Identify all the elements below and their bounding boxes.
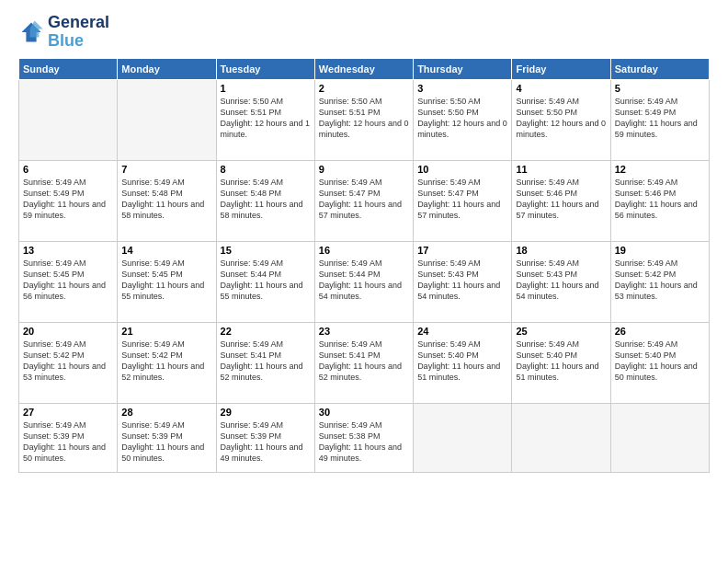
day-number: 18 xyxy=(516,245,606,256)
cell-content: Sunrise: 5:49 AM Sunset: 5:40 PM Dayligh… xyxy=(516,339,606,384)
weekday-header-row: SundayMondayTuesdayWednesdayThursdayFrid… xyxy=(19,58,710,79)
cell-content: Sunrise: 5:49 AM Sunset: 5:40 PM Dayligh… xyxy=(615,339,705,384)
weekday-header-sunday: Sunday xyxy=(19,58,118,79)
cell-content: Sunrise: 5:49 AM Sunset: 5:44 PM Dayligh… xyxy=(319,258,409,303)
cell-content: Sunrise: 5:49 AM Sunset: 5:39 PM Dayligh… xyxy=(23,419,113,465)
calendar-cell: 20Sunrise: 5:49 AM Sunset: 5:42 PM Dayli… xyxy=(19,322,118,403)
calendar-cell: 1Sunrise: 5:50 AM Sunset: 5:51 PM Daylig… xyxy=(216,79,314,160)
cell-content: Sunrise: 5:49 AM Sunset: 5:45 PM Dayligh… xyxy=(121,258,211,303)
calendar-cell: 15Sunrise: 5:49 AM Sunset: 5:44 PM Dayli… xyxy=(216,241,314,322)
cell-content: Sunrise: 5:49 AM Sunset: 5:46 PM Dayligh… xyxy=(516,177,606,222)
calendar-cell: 28Sunrise: 5:49 AM Sunset: 5:39 PM Dayli… xyxy=(118,403,216,472)
calendar-cell: 21Sunrise: 5:49 AM Sunset: 5:42 PM Dayli… xyxy=(118,322,216,403)
day-number: 9 xyxy=(319,164,409,175)
calendar-cell: 11Sunrise: 5:49 AM Sunset: 5:46 PM Dayli… xyxy=(512,160,610,241)
day-number: 26 xyxy=(615,326,705,337)
calendar-cell: 23Sunrise: 5:49 AM Sunset: 5:41 PM Dayli… xyxy=(314,322,413,403)
day-number: 10 xyxy=(417,164,507,175)
day-number: 25 xyxy=(516,326,606,337)
day-number: 5 xyxy=(615,83,705,94)
calendar-cell: 4Sunrise: 5:49 AM Sunset: 5:50 PM Daylig… xyxy=(512,79,610,160)
day-number: 21 xyxy=(121,326,211,337)
day-number: 15 xyxy=(221,245,311,256)
cell-content: Sunrise: 5:49 AM Sunset: 5:40 PM Dayligh… xyxy=(417,339,507,384)
cell-content: Sunrise: 5:49 AM Sunset: 5:45 PM Dayligh… xyxy=(23,258,113,303)
calendar-cell: 8Sunrise: 5:49 AM Sunset: 5:48 PM Daylig… xyxy=(216,160,314,241)
calendar-cell: 13Sunrise: 5:49 AM Sunset: 5:45 PM Dayli… xyxy=(19,241,118,322)
cell-content: Sunrise: 5:49 AM Sunset: 5:49 PM Dayligh… xyxy=(615,96,705,141)
day-number: 13 xyxy=(23,245,113,256)
calendar-cell xyxy=(512,403,610,472)
cell-content: Sunrise: 5:49 AM Sunset: 5:39 PM Dayligh… xyxy=(221,419,311,465)
cell-content: Sunrise: 5:49 AM Sunset: 5:48 PM Dayligh… xyxy=(221,177,311,222)
day-number: 1 xyxy=(221,83,311,94)
day-number: 24 xyxy=(417,326,507,337)
cell-content: Sunrise: 5:49 AM Sunset: 5:44 PM Dayligh… xyxy=(221,258,311,303)
logo: GeneralBlue xyxy=(18,14,109,51)
calendar-cell: 17Sunrise: 5:49 AM Sunset: 5:43 PM Dayli… xyxy=(414,241,512,322)
header: GeneralBlue xyxy=(18,14,710,51)
cell-content: Sunrise: 5:50 AM Sunset: 5:50 PM Dayligh… xyxy=(417,96,507,141)
week-row-1: 6Sunrise: 5:49 AM Sunset: 5:49 PM Daylig… xyxy=(19,160,710,241)
day-number: 23 xyxy=(319,326,409,337)
day-number: 2 xyxy=(319,83,409,94)
logo-text: GeneralBlue xyxy=(48,14,109,51)
calendar-cell: 2Sunrise: 5:50 AM Sunset: 5:51 PM Daylig… xyxy=(314,79,413,160)
day-number: 16 xyxy=(319,245,409,256)
day-number: 29 xyxy=(221,407,311,418)
day-number: 17 xyxy=(417,245,507,256)
cell-content: Sunrise: 5:49 AM Sunset: 5:38 PM Dayligh… xyxy=(319,419,409,465)
weekday-header-monday: Monday xyxy=(118,58,216,79)
cell-content: Sunrise: 5:49 AM Sunset: 5:42 PM Dayligh… xyxy=(121,339,211,384)
calendar-cell: 22Sunrise: 5:49 AM Sunset: 5:41 PM Dayli… xyxy=(216,322,314,403)
day-number: 6 xyxy=(23,164,113,175)
day-number: 8 xyxy=(221,164,311,175)
day-number: 11 xyxy=(516,164,606,175)
cell-content: Sunrise: 5:49 AM Sunset: 5:47 PM Dayligh… xyxy=(319,177,409,222)
calendar-cell xyxy=(414,403,512,472)
calendar-cell: 25Sunrise: 5:49 AM Sunset: 5:40 PM Dayli… xyxy=(512,322,610,403)
day-number: 4 xyxy=(516,83,606,94)
weekday-header-tuesday: Tuesday xyxy=(216,58,314,79)
weekday-header-thursday: Thursday xyxy=(414,58,512,79)
svg-marker-1 xyxy=(30,20,43,37)
calendar-cell: 6Sunrise: 5:49 AM Sunset: 5:49 PM Daylig… xyxy=(19,160,118,241)
week-row-4: 27Sunrise: 5:49 AM Sunset: 5:39 PM Dayli… xyxy=(19,403,710,472)
cell-content: Sunrise: 5:50 AM Sunset: 5:51 PM Dayligh… xyxy=(221,96,311,141)
weekday-header-saturday: Saturday xyxy=(610,58,709,79)
cell-content: Sunrise: 5:49 AM Sunset: 5:41 PM Dayligh… xyxy=(221,339,311,384)
day-number: 12 xyxy=(615,164,705,175)
calendar-cell: 27Sunrise: 5:49 AM Sunset: 5:39 PM Dayli… xyxy=(19,403,118,472)
calendar-cell: 26Sunrise: 5:49 AM Sunset: 5:40 PM Dayli… xyxy=(610,322,709,403)
cell-content: Sunrise: 5:49 AM Sunset: 5:49 PM Dayligh… xyxy=(23,177,113,222)
calendar-cell: 24Sunrise: 5:49 AM Sunset: 5:40 PM Dayli… xyxy=(414,322,512,403)
cell-content: Sunrise: 5:49 AM Sunset: 5:43 PM Dayligh… xyxy=(516,258,606,303)
calendar-cell xyxy=(19,79,118,160)
calendar-cell xyxy=(610,403,709,472)
calendar-cell: 10Sunrise: 5:49 AM Sunset: 5:47 PM Dayli… xyxy=(414,160,512,241)
weekday-header-wednesday: Wednesday xyxy=(314,58,413,79)
day-number: 3 xyxy=(417,83,507,94)
day-number: 19 xyxy=(615,245,705,256)
day-number: 7 xyxy=(121,164,211,175)
calendar-cell xyxy=(118,79,216,160)
cell-content: Sunrise: 5:49 AM Sunset: 5:47 PM Dayligh… xyxy=(417,177,507,222)
day-number: 22 xyxy=(221,326,311,337)
cell-content: Sunrise: 5:49 AM Sunset: 5:50 PM Dayligh… xyxy=(516,96,606,141)
day-number: 20 xyxy=(23,326,113,337)
calendar-cell: 18Sunrise: 5:49 AM Sunset: 5:43 PM Dayli… xyxy=(512,241,610,322)
cell-content: Sunrise: 5:49 AM Sunset: 5:42 PM Dayligh… xyxy=(615,258,705,303)
page: GeneralBlue SundayMondayTuesdayWednesday… xyxy=(0,0,728,563)
calendar-cell: 7Sunrise: 5:49 AM Sunset: 5:48 PM Daylig… xyxy=(118,160,216,241)
cell-content: Sunrise: 5:49 AM Sunset: 5:41 PM Dayligh… xyxy=(319,339,409,384)
calendar-cell: 3Sunrise: 5:50 AM Sunset: 5:50 PM Daylig… xyxy=(414,79,512,160)
calendar-cell: 9Sunrise: 5:49 AM Sunset: 5:47 PM Daylig… xyxy=(314,160,413,241)
cell-content: Sunrise: 5:49 AM Sunset: 5:39 PM Dayligh… xyxy=(121,419,211,465)
day-number: 14 xyxy=(121,245,211,256)
calendar-cell: 12Sunrise: 5:49 AM Sunset: 5:46 PM Dayli… xyxy=(610,160,709,241)
cell-content: Sunrise: 5:50 AM Sunset: 5:51 PM Dayligh… xyxy=(319,96,409,141)
cell-content: Sunrise: 5:49 AM Sunset: 5:48 PM Dayligh… xyxy=(121,177,211,222)
cell-content: Sunrise: 5:49 AM Sunset: 5:43 PM Dayligh… xyxy=(417,258,507,303)
calendar: SundayMondayTuesdayWednesdayThursdayFrid… xyxy=(18,58,710,473)
logo-icon xyxy=(18,19,44,45)
